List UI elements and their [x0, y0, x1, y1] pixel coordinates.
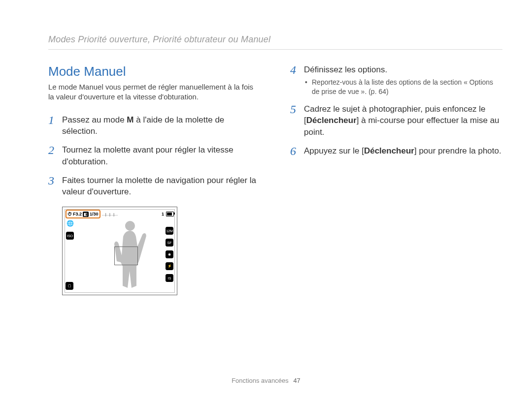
step-6: 6 Appuyez sur le [Déclencheur] pour pren…: [290, 145, 502, 157]
step-number: 2: [48, 144, 56, 156]
iso-icon: ISO: [66, 232, 74, 240]
running-header: Modes Priorité ouverture, Priorité obtur…: [48, 34, 270, 45]
lcd-left-icons: 🌐 ISO: [66, 220, 74, 240]
step-text: Passez au mode M à l'aide de la molette …: [62, 114, 261, 138]
step-text: Cadrez le sujet à photographier, puis en…: [304, 103, 502, 138]
image-stabilizer-icon: IS: [166, 274, 173, 282]
card-icon: ▢: [66, 282, 73, 290]
step-pre: Appuyez sur le [: [304, 146, 364, 155]
shots-remaining: 1: [162, 212, 164, 216]
lcd-frame: ⏱ F3.2 ◧ 1/30 …|…|…|… 1 🌐 ISO: [62, 207, 177, 295]
shutter-value: 1/30: [90, 212, 99, 216]
left-column: Mode Manuel Le mode Manuel vous permet d…: [48, 64, 261, 295]
focus-frame-icon: [114, 247, 138, 265]
step-4: 4 Définissez les options. Reportez-vous …: [290, 64, 502, 96]
shutter-button-label: Déclencheur: [364, 146, 414, 155]
page-footer: Fonctions avancées 47: [0, 377, 532, 384]
step-3: 3 Faites tourner la molette de navigatio…: [48, 175, 261, 198]
mode-m-icon: M: [127, 115, 133, 124]
globe-icon: 🌐: [66, 220, 74, 227]
step-text-main: Définissez les options.: [304, 65, 387, 74]
step-text: Appuyez sur le [Déclencheur] pour prendr…: [304, 145, 501, 157]
step-1: 1 Passez au mode M à l'aide de la molett…: [48, 114, 261, 138]
svg-point-0: [125, 221, 135, 231]
lcd-bottom-left: ▢: [66, 282, 73, 290]
exposure-capsule: ⏱ F3.2 ◧ 1/30: [66, 210, 100, 218]
camera-lcd-illustration: ⏱ F3.2 ◧ 1/30 …|…|…|… 1 🌐 ISO: [62, 207, 261, 295]
ev-scale-icon: …|…|…|…: [102, 212, 118, 216]
step-number: 5: [290, 103, 298, 115]
step-number: 3: [48, 175, 56, 186]
page-number: 47: [293, 377, 300, 384]
step-number: 6: [290, 145, 298, 157]
section-title: Mode Manuel: [48, 64, 261, 79]
step-5: 5 Cadrez le sujet à photographier, puis …: [290, 103, 502, 138]
step-note: Reportez-vous à la liste des options de …: [312, 78, 502, 96]
manual-page: Modes Priorité ouverture, Priorité obtur…: [0, 0, 532, 401]
step-text: Tournez la molette avant pour régler la …: [62, 144, 261, 168]
metering-icon: ◉: [166, 250, 173, 258]
step-number: 1: [48, 114, 56, 126]
flash-icon: ⚡: [166, 262, 173, 270]
step-post: ] pour prendre la photo.: [414, 146, 501, 155]
content-columns: Mode Manuel Le mode Manuel vous permet d…: [48, 64, 502, 295]
step-pre: Passez au mode: [62, 115, 127, 124]
shutter-button-label: Déclencheur: [306, 116, 357, 125]
shutter-chip-icon: ◧: [83, 212, 89, 217]
battery-icon: [166, 212, 174, 216]
header-divider: [48, 49, 502, 50]
aperture-value: F3.2: [73, 212, 82, 216]
lcd-right-icons: 12M SF ◉ ⚡ IS: [165, 227, 174, 282]
clock-icon: ⏱: [67, 212, 72, 216]
right-column: 4 Définissez les options. Reportez-vous …: [290, 64, 502, 295]
step-text: Définissez les options. Reportez-vous à …: [304, 64, 502, 96]
section-intro: Le mode Manuel vous permet de régler man…: [48, 82, 261, 102]
step-text: Faites tourner la molette de navigation …: [62, 175, 261, 198]
quality-icon: SF: [166, 239, 173, 247]
step-2: 2 Tournez la molette avant pour régler l…: [48, 144, 261, 168]
step-number: 4: [290, 64, 298, 76]
resolution-icon: 12M: [166, 227, 173, 235]
footer-section: Fonctions avancées: [232, 377, 289, 384]
